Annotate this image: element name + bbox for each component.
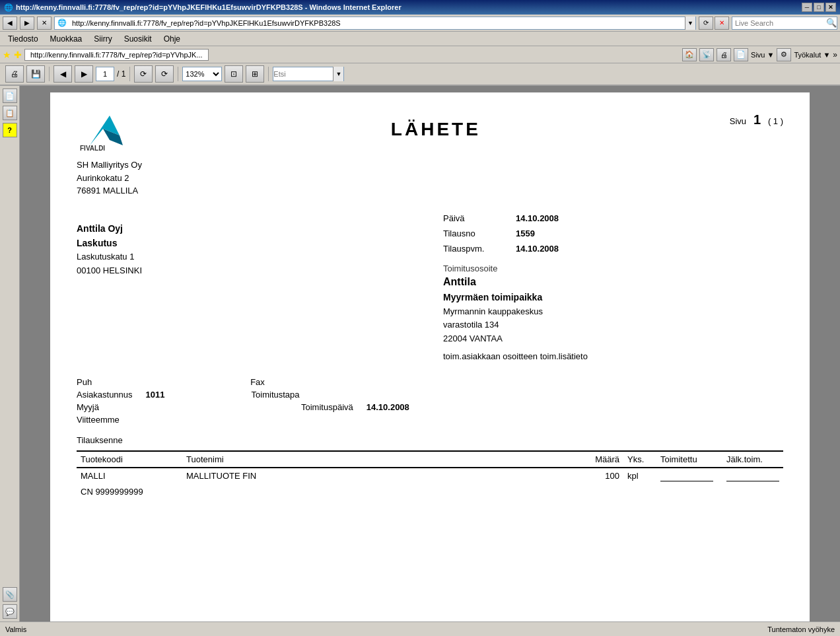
tilausno-row: Tilausno 1559: [443, 226, 783, 241]
company-info: SH Malliyritys Oy Aurinkokatu 2 76891 MA…: [77, 159, 142, 197]
asiakastunnus-value: 1011: [146, 390, 238, 400]
window-title: http://kenny.finnvalli.fi:7778/fv_rep/re…: [16, 3, 402, 11]
delivery-street: Myrmannin kauppakeskus: [443, 305, 783, 319]
tools-label: Työkalut ▼: [794, 51, 830, 59]
table-row: MALLI MALLITUOTE FIN 100 kpl: [77, 468, 783, 484]
page-info: Sivu 1 ( 1 ): [730, 112, 783, 127]
table-row-extra: CN 9999999999: [77, 484, 783, 499]
print-button[interactable]: 🖨: [717, 48, 731, 61]
print-report-button[interactable]: 🖨: [5, 65, 24, 83]
forward-button[interactable]: ▶: [20, 17, 34, 30]
address-bar: ◀ ▶ ✕ 🌐 ▼ ⟳ ✕ 🔍: [0, 15, 840, 32]
refresh-button[interactable]: ⟳: [699, 17, 713, 30]
delivery-address: Anttila Myyrmäen toimipaikka Myrmannin k…: [443, 273, 783, 364]
search-input[interactable]: [732, 17, 826, 29]
cell-yks: kpl: [623, 468, 656, 484]
col-tuotenimi: Tuotenimi: [182, 451, 584, 468]
status-text: Valmis: [5, 625, 754, 633]
title-bar: 🌐 http://kenny.finnvalli.fi:7778/fv_rep/…: [0, 0, 840, 15]
details-row-4: Viitteemme: [77, 415, 783, 425]
title-bar-controls: ─ □ ✕: [802, 3, 836, 12]
favorites-bar: ★ ✚ http://kenny.finnvalli.fi:7778/fv_re…: [0, 46, 840, 63]
favorites-link[interactable]: http://kenny.finnvalli.fi:7778/fv_rep/re…: [24, 49, 209, 61]
billing-postal: 00100 HELSINKI: [77, 264, 417, 278]
address-dropdown[interactable]: ▼: [685, 17, 695, 30]
toolbar-separator-3: [178, 67, 178, 81]
menu-ohje[interactable]: Ohje: [158, 33, 186, 45]
main-area: 📄 📋 ? 📎 💬 FIVALDI SH: [0, 86, 840, 621]
billing-street: Laskutuskatu 1: [77, 250, 417, 264]
myyja-label: Myyjä: [77, 402, 182, 412]
address-input[interactable]: [69, 17, 685, 29]
menu-muokkaa[interactable]: Muokkaa: [45, 33, 88, 45]
close-button[interactable]: ✕: [825, 3, 836, 12]
search-button[interactable]: 🔍: [826, 17, 837, 30]
add-favorites-icon[interactable]: ✚: [14, 50, 22, 60]
document-page: FIVALDI SH Malliyritys Oy Aurinkokatu 2 …: [50, 92, 810, 621]
prev-page-button[interactable]: ◀: [53, 65, 72, 83]
minimize-button[interactable]: ─: [802, 3, 812, 12]
sidebar-comment-icon[interactable]: 💬: [3, 604, 17, 619]
puh-value: [118, 377, 224, 387]
paiva-row: Päivä 14.10.2008: [443, 211, 783, 226]
details-section: Puh Fax Asiakastunnus 1011 Toimitustapa …: [77, 377, 783, 425]
status-zone: Tuntematon vyöhyke: [767, 625, 835, 633]
billing-company: Anttila Oyj: [77, 221, 417, 236]
etsi-input[interactable]: [273, 67, 333, 81]
document-header: FIVALDI SH Malliyritys Oy Aurinkokatu 2 …: [77, 112, 783, 197]
maximize-button[interactable]: □: [814, 3, 824, 12]
save-report-button[interactable]: 💾: [26, 65, 45, 83]
expand-page-button[interactable]: ⊞: [246, 65, 264, 83]
fit-page-button[interactable]: ⊡: [225, 65, 243, 83]
delivery-extra: toim.asiakkaan osoitteen toim.lisätieto: [443, 350, 783, 364]
menu-suosikit[interactable]: Suosikit: [119, 33, 157, 45]
cell-maara: 100: [584, 468, 623, 484]
paiva-label: Päivä: [443, 211, 503, 226]
sidebar-attach-icon[interactable]: 📎: [3, 587, 17, 602]
etsi-dropdown[interactable]: ▼: [333, 67, 343, 81]
sidebar-new-icon[interactable]: 📄: [3, 88, 17, 103]
details-row-2: Asiakastunnus 1011 Toimitustapa: [77, 390, 783, 400]
page-total-label: / 1: [117, 69, 125, 79]
toolbar-separator-2: [129, 67, 130, 81]
stop-button[interactable]: ✕: [37, 17, 52, 30]
back-button[interactable]: ◀: [3, 17, 17, 30]
page-label: Sivu ▼: [751, 51, 774, 59]
menu-bar: Tiedosto Muokkaa Siirry Suosikit Ohje: [0, 32, 840, 46]
col-tuotekoodi: Tuotekoodi: [77, 451, 182, 468]
company-name: SH Malliyritys Oy: [77, 159, 142, 172]
document-area[interactable]: FIVALDI SH Malliyritys Oy Aurinkokatu 2 …: [20, 86, 840, 621]
billing-address: Anttila Oyj Laskutus Laskutuskatu 1 0010…: [77, 221, 417, 278]
tilausno-value: 1559: [516, 226, 535, 241]
company-address: Aurinkokatu 2: [77, 172, 142, 185]
sidebar-help-icon[interactable]: ?: [3, 123, 17, 137]
next-page-button[interactable]: ▶: [75, 65, 93, 83]
sidebar-pages-icon[interactable]: 📋: [3, 106, 17, 120]
home-button[interactable]: 🏠: [682, 48, 697, 61]
menu-tiedosto[interactable]: Tiedosto: [3, 33, 44, 45]
toimituspaiva-label: Toimituspäivä: [301, 402, 353, 412]
cell-cn: CN 9999999999: [77, 484, 783, 499]
logo-area: FIVALDI SH Malliyritys Oy Aurinkokatu 2 …: [77, 112, 142, 197]
feeds-button[interactable]: 📡: [699, 48, 714, 61]
page-number-input[interactable]: [96, 67, 114, 81]
menu-siirry[interactable]: Siirry: [88, 33, 117, 45]
col-yks: Yks.: [623, 451, 656, 468]
fax-label: Fax: [250, 377, 265, 387]
tilauksenne-section: Tilauksenne: [77, 435, 783, 445]
search-box-container: 🔍: [732, 17, 837, 30]
stop-loading-button[interactable]: ✕: [715, 17, 729, 30]
page-info-number: 1: [753, 112, 761, 127]
tilauspvm-value: 14.10.2008: [516, 241, 559, 256]
refresh-report-button-2[interactable]: ⟳: [155, 65, 174, 83]
zoom-select[interactable]: 132% 100% 75% 150%: [182, 67, 222, 81]
tools-button[interactable]: ⚙: [777, 48, 791, 61]
refresh-report-button-1[interactable]: ⟳: [134, 65, 153, 83]
page-button[interactable]: 📄: [734, 48, 748, 61]
delivery-address2: varastotila 134: [443, 318, 783, 332]
table-header: Tuotekoodi Tuotenimi Määrä Yks. Toimitet…: [77, 451, 783, 468]
page-info-label: Sivu: [730, 116, 746, 126]
toimitustapa-label: Toimitustapa: [252, 390, 300, 400]
document-title: LÄHETE: [142, 119, 730, 140]
toolbar-separator-4: [268, 67, 269, 81]
